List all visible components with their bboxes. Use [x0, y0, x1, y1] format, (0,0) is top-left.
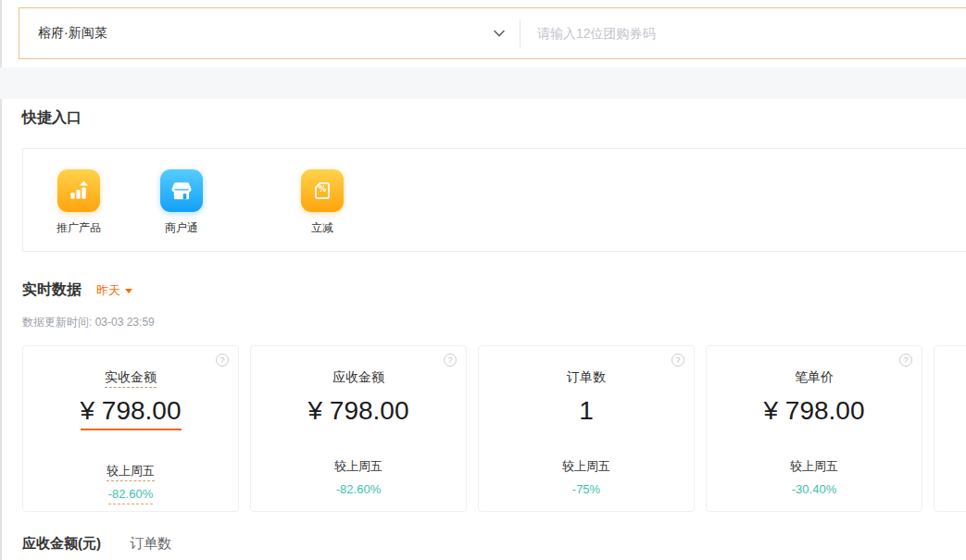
metric-cards-row: ? 实收金额 ¥ 798.00 较上周五 -82.60% ? 应收金额 ¥ 79… — [22, 345, 966, 512]
quick-item-promote-products[interactable]: 推广产品 — [49, 169, 108, 236]
change-percent: -75% — [479, 482, 694, 496]
help-icon[interactable]: ? — [899, 354, 912, 367]
metric-value: ¥ 798.00 — [251, 396, 466, 426]
quick-item-instant-discount[interactable]: % 立减 — [293, 169, 352, 236]
quick-item-label: 推广产品 — [49, 220, 108, 236]
storefront-icon — [160, 169, 203, 212]
voucher-verify-bar: 榕府·新闽菜 — [19, 7, 966, 59]
quick-entry-panel: 推广产品 商户通 % 立减 — [22, 148, 966, 252]
data-update-time: 数据更新时间: 03-03 23:59 — [22, 315, 155, 330]
change-percent: -30.40% — [707, 482, 922, 496]
voucher-code-input[interactable] — [521, 8, 966, 58]
metric-card-avg-order-value[interactable]: ? 笔单价 ¥ 798.00 较上周五 -30.40% — [706, 345, 922, 512]
help-icon[interactable]: ? — [216, 354, 229, 367]
metric-value: ¥ 798.00 — [23, 396, 238, 430]
metric-value: ¥ 798.00 — [707, 396, 922, 426]
realtime-data-title: 实时数据 — [22, 280, 82, 300]
shop-name: 榕府·新闽菜 — [38, 25, 107, 42]
caret-down-icon — [125, 289, 132, 293]
chevron-down-icon — [494, 30, 505, 37]
metric-label: 实收金额 — [23, 369, 238, 386]
compare-label: 较上周五 — [23, 463, 238, 479]
metric-label: 订单数 — [479, 369, 694, 386]
metric-card-receivable[interactable]: ? 应收金额 ¥ 798.00 较上周五 -82.60% — [250, 345, 467, 512]
date-range-label: 昨天 — [96, 282, 120, 299]
change-percent: -82.60% — [251, 482, 466, 496]
tab-receivable-amount[interactable]: 应收金额(元) — [22, 535, 101, 553]
change-percent: -82.60% — [23, 487, 238, 501]
compare-label: 较上周五 — [707, 458, 922, 475]
quick-item-label: 立减 — [293, 220, 352, 236]
discount-tag-icon: % — [301, 169, 344, 212]
metric-label: 笔单价 — [707, 369, 922, 386]
metric-card-order-count[interactable]: ? 订单数 1 较上周五 -75% — [478, 345, 695, 512]
compare-label: 较上周五 — [479, 458, 694, 475]
tab-order-count[interactable]: 订单数 — [130, 535, 171, 553]
metric-card-partial[interactable] — [934, 345, 966, 512]
section-gap-band — [0, 68, 966, 99]
bar-chart-up-icon — [57, 169, 100, 212]
quick-item-merchant-pass[interactable]: 商户通 — [152, 169, 211, 236]
help-icon[interactable]: ? — [671, 354, 684, 367]
metric-label: 应收金额 — [251, 369, 466, 386]
compare-label: 较上周五 — [251, 458, 466, 475]
help-icon[interactable]: ? — [444, 354, 457, 367]
shop-selector-dropdown[interactable]: 榕府·新闽菜 — [19, 8, 520, 58]
quick-entry-title: 快捷入口 — [22, 108, 82, 128]
date-range-dropdown[interactable]: 昨天 — [96, 282, 132, 299]
quick-item-label: 商户通 — [152, 220, 211, 236]
svg-text:%: % — [319, 184, 326, 193]
chart-tabs: 应收金额(元) 订单数 — [22, 535, 171, 553]
metric-card-actual-received[interactable]: ? 实收金额 ¥ 798.00 较上周五 -82.60% — [22, 345, 239, 512]
metric-value: 1 — [479, 396, 694, 426]
